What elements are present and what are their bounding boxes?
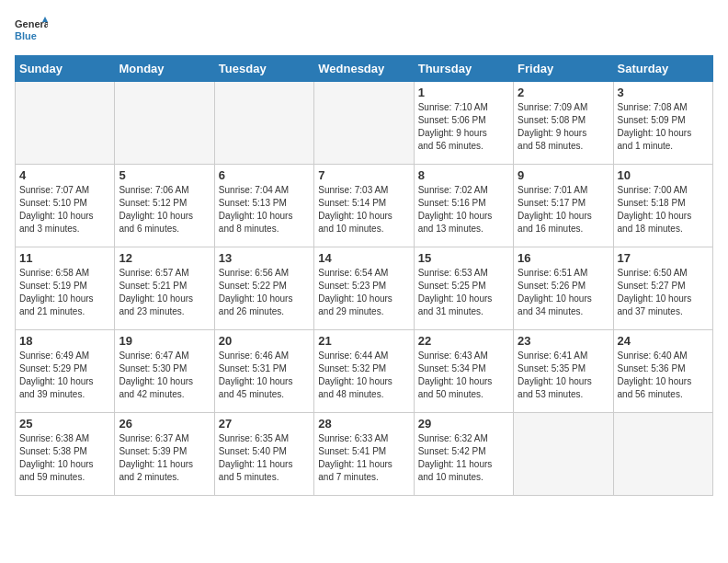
calendar-cell: 10Sunrise: 7:00 AM Sunset: 5:18 PM Dayli… bbox=[613, 165, 712, 247]
day-number: 21 bbox=[318, 334, 409, 348]
svg-text:General: General bbox=[15, 18, 48, 29]
calendar-cell: 17Sunrise: 6:50 AM Sunset: 5:27 PM Dayli… bbox=[613, 247, 712, 330]
day-info: Sunrise: 7:10 AM Sunset: 5:06 PM Dayligh… bbox=[418, 101, 509, 153]
day-info: Sunrise: 6:32 AM Sunset: 5:42 PM Dayligh… bbox=[418, 432, 509, 484]
logo-icon: General Blue bbox=[15, 15, 48, 48]
day-info: Sunrise: 7:03 AM Sunset: 5:14 PM Dayligh… bbox=[318, 184, 409, 236]
day-number: 12 bbox=[119, 251, 210, 265]
calendar-cell: 28Sunrise: 6:33 AM Sunset: 5:41 PM Dayli… bbox=[314, 413, 414, 496]
day-info: Sunrise: 7:07 AM Sunset: 5:10 PM Dayligh… bbox=[19, 184, 110, 236]
calendar-cell: 19Sunrise: 6:47 AM Sunset: 5:30 PM Dayli… bbox=[115, 330, 214, 413]
day-info: Sunrise: 6:50 AM Sunset: 5:27 PM Dayligh… bbox=[618, 267, 709, 318]
day-number: 2 bbox=[518, 86, 609, 99]
day-info: Sunrise: 6:33 AM Sunset: 5:41 PM Dayligh… bbox=[318, 432, 409, 484]
calendar-cell bbox=[613, 413, 712, 496]
day-number: 29 bbox=[418, 417, 509, 431]
calendar-cell bbox=[214, 82, 313, 165]
day-number: 1 bbox=[418, 86, 509, 99]
calendar-cell bbox=[16, 82, 115, 165]
day-number: 15 bbox=[418, 251, 509, 265]
day-info: Sunrise: 7:02 AM Sunset: 5:16 PM Dayligh… bbox=[418, 184, 509, 236]
header-row: SundayMondayTuesdayWednesdayThursdayFrid… bbox=[16, 56, 713, 82]
calendar-cell: 1Sunrise: 7:10 AM Sunset: 5:06 PM Daylig… bbox=[414, 82, 513, 165]
svg-text:Blue: Blue bbox=[15, 30, 37, 41]
calendar-cell: 21Sunrise: 6:44 AM Sunset: 5:32 PM Dayli… bbox=[314, 330, 414, 413]
calendar-cell: 14Sunrise: 6:54 AM Sunset: 5:23 PM Dayli… bbox=[314, 247, 414, 330]
calendar-cell bbox=[514, 413, 613, 496]
day-info: Sunrise: 7:04 AM Sunset: 5:13 PM Dayligh… bbox=[219, 184, 310, 236]
calendar-cell: 2Sunrise: 7:09 AM Sunset: 5:08 PM Daylig… bbox=[514, 82, 613, 165]
calendar-table: SundayMondayTuesdayWednesdayThursdayFrid… bbox=[15, 55, 713, 496]
day-number: 18 bbox=[19, 334, 110, 348]
day-info: Sunrise: 6:49 AM Sunset: 5:29 PM Dayligh… bbox=[19, 350, 110, 401]
calendar-cell: 9Sunrise: 7:01 AM Sunset: 5:17 PM Daylig… bbox=[514, 165, 613, 247]
calendar-cell: 20Sunrise: 6:46 AM Sunset: 5:31 PM Dayli… bbox=[214, 330, 313, 413]
day-info: Sunrise: 6:51 AM Sunset: 5:26 PM Dayligh… bbox=[518, 267, 609, 318]
calendar-cell: 4Sunrise: 7:07 AM Sunset: 5:10 PM Daylig… bbox=[16, 165, 115, 247]
day-info: Sunrise: 6:40 AM Sunset: 5:36 PM Dayligh… bbox=[618, 350, 709, 401]
calendar-cell: 26Sunrise: 6:37 AM Sunset: 5:39 PM Dayli… bbox=[115, 413, 214, 496]
calendar-cell: 6Sunrise: 7:04 AM Sunset: 5:13 PM Daylig… bbox=[214, 165, 313, 247]
page-header: General Blue bbox=[15, 15, 713, 48]
day-number: 16 bbox=[518, 251, 609, 265]
day-number: 8 bbox=[418, 168, 509, 182]
day-number: 10 bbox=[618, 168, 709, 182]
day-number: 28 bbox=[318, 417, 409, 431]
calendar-cell bbox=[115, 82, 214, 165]
day-info: Sunrise: 7:06 AM Sunset: 5:12 PM Dayligh… bbox=[119, 184, 210, 236]
calendar-cell: 18Sunrise: 6:49 AM Sunset: 5:29 PM Dayli… bbox=[16, 330, 115, 413]
day-number: 3 bbox=[618, 86, 709, 99]
day-info: Sunrise: 7:08 AM Sunset: 5:09 PM Dayligh… bbox=[618, 101, 709, 153]
col-header-thursday: Thursday bbox=[414, 56, 513, 82]
calendar-cell: 24Sunrise: 6:40 AM Sunset: 5:36 PM Dayli… bbox=[613, 330, 712, 413]
day-number: 23 bbox=[518, 334, 609, 348]
calendar-week-5: 25Sunrise: 6:38 AM Sunset: 5:38 PM Dayli… bbox=[16, 413, 713, 496]
calendar-week-2: 4Sunrise: 7:07 AM Sunset: 5:10 PM Daylig… bbox=[16, 165, 713, 247]
day-number: 14 bbox=[318, 251, 409, 265]
calendar-week-4: 18Sunrise: 6:49 AM Sunset: 5:29 PM Dayli… bbox=[16, 330, 713, 413]
day-info: Sunrise: 6:46 AM Sunset: 5:31 PM Dayligh… bbox=[219, 350, 310, 401]
day-number: 7 bbox=[318, 168, 409, 182]
day-number: 4 bbox=[19, 168, 110, 182]
calendar-cell: 13Sunrise: 6:56 AM Sunset: 5:22 PM Dayli… bbox=[214, 247, 313, 330]
day-info: Sunrise: 6:47 AM Sunset: 5:30 PM Dayligh… bbox=[119, 350, 210, 401]
day-info: Sunrise: 6:53 AM Sunset: 5:25 PM Dayligh… bbox=[418, 267, 509, 318]
calendar-cell: 5Sunrise: 7:06 AM Sunset: 5:12 PM Daylig… bbox=[115, 165, 214, 247]
col-header-sunday: Sunday bbox=[16, 56, 115, 82]
calendar-cell: 7Sunrise: 7:03 AM Sunset: 5:14 PM Daylig… bbox=[314, 165, 414, 247]
calendar-cell: 3Sunrise: 7:08 AM Sunset: 5:09 PM Daylig… bbox=[613, 82, 712, 165]
calendar-cell bbox=[314, 82, 414, 165]
calendar-cell: 23Sunrise: 6:41 AM Sunset: 5:35 PM Dayli… bbox=[514, 330, 613, 413]
calendar-cell: 15Sunrise: 6:53 AM Sunset: 5:25 PM Dayli… bbox=[414, 247, 513, 330]
day-info: Sunrise: 6:37 AM Sunset: 5:39 PM Dayligh… bbox=[119, 432, 210, 484]
day-number: 20 bbox=[219, 334, 310, 348]
day-info: Sunrise: 6:41 AM Sunset: 5:35 PM Dayligh… bbox=[518, 350, 609, 401]
day-info: Sunrise: 7:00 AM Sunset: 5:18 PM Dayligh… bbox=[618, 184, 709, 236]
day-info: Sunrise: 6:54 AM Sunset: 5:23 PM Dayligh… bbox=[318, 267, 409, 318]
col-header-monday: Monday bbox=[115, 56, 214, 82]
day-info: Sunrise: 6:57 AM Sunset: 5:21 PM Dayligh… bbox=[119, 267, 210, 318]
day-number: 22 bbox=[418, 334, 509, 348]
day-number: 9 bbox=[518, 168, 609, 182]
calendar-week-3: 11Sunrise: 6:58 AM Sunset: 5:19 PM Dayli… bbox=[16, 247, 713, 330]
calendar-week-1: 1Sunrise: 7:10 AM Sunset: 5:06 PM Daylig… bbox=[16, 82, 713, 165]
day-number: 24 bbox=[618, 334, 709, 348]
calendar-cell: 27Sunrise: 6:35 AM Sunset: 5:40 PM Dayli… bbox=[214, 413, 313, 496]
day-info: Sunrise: 6:58 AM Sunset: 5:19 PM Dayligh… bbox=[19, 267, 110, 318]
calendar-cell: 22Sunrise: 6:43 AM Sunset: 5:34 PM Dayli… bbox=[414, 330, 513, 413]
calendar-cell: 8Sunrise: 7:02 AM Sunset: 5:16 PM Daylig… bbox=[414, 165, 513, 247]
logo: General Blue bbox=[15, 15, 48, 48]
day-number: 25 bbox=[19, 417, 110, 431]
day-number: 13 bbox=[219, 251, 310, 265]
day-number: 26 bbox=[119, 417, 210, 431]
calendar-cell: 29Sunrise: 6:32 AM Sunset: 5:42 PM Dayli… bbox=[414, 413, 513, 496]
day-info: Sunrise: 7:01 AM Sunset: 5:17 PM Dayligh… bbox=[518, 184, 609, 236]
day-number: 27 bbox=[219, 417, 310, 431]
day-info: Sunrise: 6:43 AM Sunset: 5:34 PM Dayligh… bbox=[418, 350, 509, 401]
col-header-saturday: Saturday bbox=[613, 56, 712, 82]
day-number: 17 bbox=[618, 251, 709, 265]
col-header-tuesday: Tuesday bbox=[214, 56, 313, 82]
day-info: Sunrise: 6:38 AM Sunset: 5:38 PM Dayligh… bbox=[19, 432, 110, 484]
calendar-cell: 12Sunrise: 6:57 AM Sunset: 5:21 PM Dayli… bbox=[115, 247, 214, 330]
day-number: 6 bbox=[219, 168, 310, 182]
